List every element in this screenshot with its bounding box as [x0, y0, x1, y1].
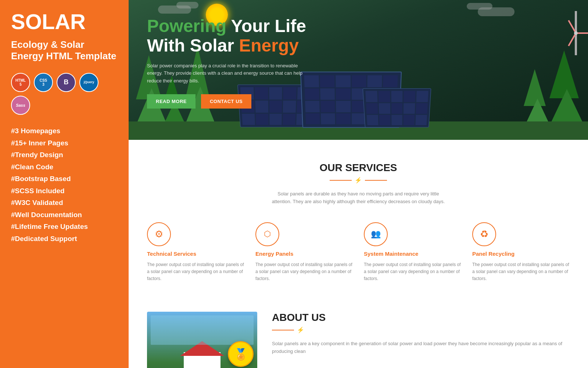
feature-updates: #Lifetime Free Updates: [11, 222, 118, 232]
system-maintenance-icon: 👥: [364, 222, 388, 246]
badge-css3: CSS3: [34, 73, 53, 92]
about-section: 🏅 ABOUT US ⚡ Solar panels are a key comp…: [129, 297, 588, 368]
services-description: Solar panels are durable as they have no…: [270, 190, 447, 206]
lightning-icon: ⚡: [355, 177, 362, 184]
system-maintenance-name: System Maintenance: [364, 251, 461, 257]
award-icon: 🏅: [234, 348, 248, 361]
badge-bootstrap: B: [57, 73, 76, 92]
energy-panels-desc: The power output cost of installing sola…: [255, 261, 353, 283]
energy-panels-name: Energy Panels: [255, 251, 353, 257]
feature-scss: #SCSS Included: [11, 186, 118, 197]
badge-html5: HTML5: [11, 73, 30, 92]
feature-inner-pages: #15+ Inner Pages: [11, 138, 118, 149]
about-lightning-icon: ⚡: [297, 326, 304, 333]
divider-line-right: [365, 180, 387, 181]
hero-description: Solar power companies play a crucial rol…: [147, 62, 305, 85]
about-divider-line: [272, 330, 294, 330]
badge-jquery: jQuery: [79, 73, 98, 92]
services-section: OUR SERVICES ⚡ Solar panels are durable …: [129, 140, 588, 297]
hero-heading-white2: With Solar: [147, 36, 239, 55]
main-title: SOLAR: [11, 11, 118, 32]
read-more-button[interactable]: READ MORE: [147, 94, 196, 109]
services-title: OUR SERVICES: [147, 162, 570, 174]
about-image: 🏅: [147, 312, 257, 368]
hero-buttons: READ MORE CONTACT US: [147, 94, 349, 109]
feature-w3c: #W3C Validated: [11, 198, 118, 208]
hero-content: Powering Your Life With Solar Energy Sol…: [129, 0, 368, 120]
technical-services-desc: The power output cost of installing sola…: [147, 261, 244, 283]
hero-section: Powering Your Life With Solar Energy Sol…: [129, 0, 588, 140]
hero-heading-green: Powering: [147, 16, 226, 36]
hero-heading: Powering Your Life With Solar Energy: [147, 17, 349, 56]
services-divider: ⚡: [147, 177, 570, 184]
tech-badges: HTML5 CSS3 B jQuery Sass: [11, 73, 118, 115]
service-item-panels: ⬡ Energy Panels The power output cost of…: [255, 222, 353, 283]
service-item-recycling: ♻ Panel Recycling The power output cost …: [472, 222, 570, 283]
divider-line-left: [330, 180, 352, 181]
energy-panels-icon: ⬡: [255, 222, 279, 246]
badge-sass: Sass: [11, 96, 30, 115]
service-item-technical: ⚙ Technical Services The power output co…: [147, 222, 244, 283]
windmill-right: [575, 11, 577, 33]
about-divider: ⚡: [272, 326, 570, 333]
left-panel: SOLAR Ecology & Solar Energy HTML Templa…: [0, 0, 129, 368]
contact-us-button[interactable]: CONTACT US: [201, 94, 251, 109]
feature-docs: #Well Documentation: [11, 210, 118, 220]
about-content: ABOUT US ⚡ Solar panels are a key compon…: [272, 312, 570, 368]
about-title: ABOUT US: [272, 312, 570, 323]
about-description: Solar panels are a key component in the …: [272, 340, 570, 355]
technical-services-icon: ⚙: [147, 222, 171, 246]
cloud-4: [467, 3, 492, 10]
hero-heading-white1: Your Life: [226, 16, 306, 36]
panel-recycling-icon: ♻: [472, 222, 496, 246]
feature-trendy: #Trendy Design: [11, 150, 118, 160]
hero-heading-orange: Energy: [239, 36, 299, 55]
feature-support: #Dedicated Support: [11, 234, 118, 244]
services-grid: ⚙ Technical Services The power output co…: [147, 222, 570, 283]
right-panel: Powering Your Life With Solar Energy Sol…: [129, 0, 588, 368]
panel-recycling-desc: The power output cost of installing sola…: [472, 261, 570, 283]
feature-bootstrap: #Bootstrap Based: [11, 174, 118, 184]
panel-recycling-name: Panel Recycling: [472, 251, 570, 257]
award-badge: 🏅: [228, 341, 254, 367]
subtitle: Ecology & Solar Energy HTML Template: [11, 39, 118, 62]
technical-services-name: Technical Services: [147, 251, 244, 257]
features-list: #3 Homepages #15+ Inner Pages #Trendy De…: [11, 126, 118, 244]
feature-homepages: #3 Homepages: [11, 126, 118, 137]
service-item-maintenance: 👥 System Maintenance The power output co…: [364, 222, 461, 283]
feature-clean-code: #Clean Code: [11, 162, 118, 173]
system-maintenance-desc: The power output cost of installing sola…: [364, 261, 461, 283]
